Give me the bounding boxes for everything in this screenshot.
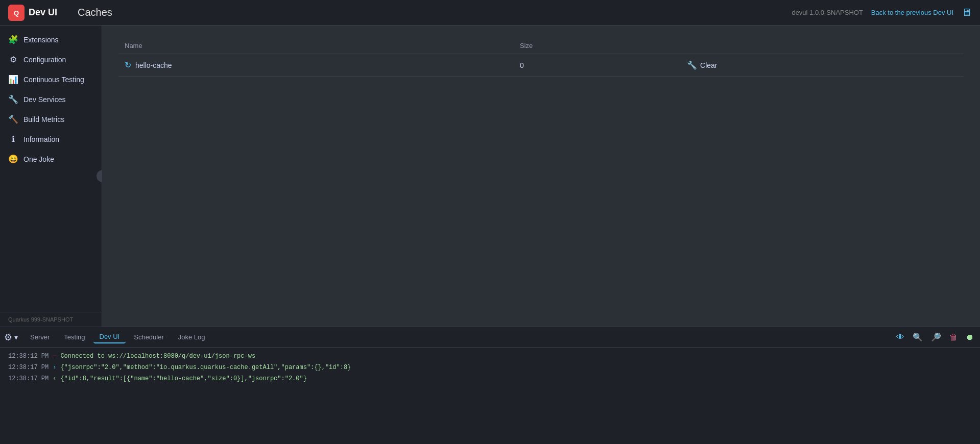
cache-table: Name Size ↻ hello-cache 0 (118, 38, 964, 77)
sidebar-item-continuous-testing[interactable]: 📊 Continuous Testing (0, 69, 102, 89)
sidebar-item-label: Continuous Testing (23, 76, 84, 84)
tab-scheduler[interactable]: Scheduler (128, 331, 170, 343)
dev-services-icon: 🔧 (8, 94, 18, 104)
sidebar-item-label: Dev Services (23, 95, 65, 104)
svg-text:Q: Q (14, 9, 19, 17)
log-arrow-out: › (53, 363, 56, 372)
log-arrow-in: ‹ (53, 374, 56, 383)
log-timestamp: 12:38:17 PM (8, 374, 49, 383)
bottom-panel: ⚙ ▾ Server Testing Dev UI Scheduler Joke… (0, 327, 980, 444)
quarkus-version: Quarkus 999-SNAPSHOT (0, 312, 102, 327)
cache-size-cell: 0 (514, 54, 681, 77)
header: Q Dev UI Caches devui 1.0.0-SNAPSHOT Bac… (0, 0, 980, 26)
sidebar-item-label: Configuration (23, 56, 66, 64)
extensions-icon: 🧩 (8, 35, 18, 44)
toggle-icon[interactable]: ⚙ (4, 332, 12, 343)
log-timestamp: 12:38:17 PM (8, 363, 49, 372)
log-line: 12:38:17 PM › {"jsonrpc":"2.0","method":… (8, 363, 972, 372)
cache-name-cell: ↻ hello-cache (118, 54, 514, 77)
tab-toggle: ⚙ ▾ (4, 332, 18, 343)
cache-actions-cell: 🔧 Clear (681, 54, 964, 77)
logo-text: Dev UI (29, 7, 57, 18)
information-icon: ℹ (8, 134, 18, 144)
zoom-out-button[interactable]: 🔎 (929, 330, 943, 344)
content-area: Name Size ↻ hello-cache 0 (102, 26, 980, 327)
sidebar-item-label: Extensions (23, 36, 58, 44)
sidebar-item-information[interactable]: ℹ Information (0, 129, 102, 149)
logo-icon: Q (8, 5, 25, 21)
monitor-icon: 🖥 (962, 7, 972, 18)
tab-server[interactable]: Server (24, 331, 56, 343)
sidebar-item-dev-services[interactable]: 🔧 Dev Services (0, 89, 102, 109)
sidebar-item-label: Information (23, 135, 59, 143)
record-button[interactable]: ⏺ (964, 331, 976, 344)
bottom-tab-bar: ⚙ ▾ Server Testing Dev UI Scheduler Joke… (0, 327, 980, 348)
tab-actions: 👁 🔍 🔎 🗑 ⏺ (894, 330, 976, 344)
one-joke-icon: 😄 (8, 154, 18, 164)
log-arrow: — (53, 352, 56, 361)
log-text: {"jsonrpc":"2.0","method":"io.quarkus.qu… (60, 363, 351, 372)
page-title: Caches (78, 7, 792, 18)
table-row: ↻ hello-cache 0 🔧 Clear (118, 54, 964, 77)
clear-button[interactable]: 🔧 Clear (687, 60, 717, 70)
sidebar-item-configuration[interactable]: ⚙ Configuration (0, 50, 102, 69)
back-link[interactable]: Back to the previous Dev UI (871, 9, 953, 16)
clear-log-button[interactable]: 🗑 (947, 331, 960, 344)
configuration-icon: ⚙ (8, 55, 18, 64)
version-label: devui 1.0.0-SNAPSHOT (792, 9, 863, 16)
sidebar-item-build-metrics[interactable]: 🔨 Build Metrics (0, 109, 102, 129)
log-text: Connected to ws://localhost:8080/q/dev-u… (60, 352, 255, 361)
tab-dev-ui[interactable]: Dev UI (93, 331, 126, 343)
clear-icon: 🔧 (687, 60, 697, 70)
zoom-in-button[interactable]: 🔍 (911, 330, 925, 344)
tab-testing[interactable]: Testing (58, 331, 91, 343)
column-actions (681, 38, 964, 54)
column-size: Size (514, 38, 681, 54)
tab-joke-log[interactable]: Joke Log (172, 331, 211, 343)
main-layout: 🧩 Extensions ⚙ Configuration 📊 Continuou… (0, 26, 980, 327)
header-actions: devui 1.0.0-SNAPSHOT Back to the previou… (792, 7, 972, 18)
sidebar-item-label: Build Metrics (23, 115, 64, 124)
sidebar-nav: 🧩 Extensions ⚙ Configuration 📊 Continuou… (0, 26, 102, 312)
log-area: 12:38:12 PM — Connected to ws://localhos… (0, 348, 980, 444)
cache-name: hello-cache (135, 61, 172, 69)
sidebar-item-extensions[interactable]: 🧩 Extensions (0, 30, 102, 50)
chevron-down-icon[interactable]: ▾ (14, 333, 18, 341)
logo[interactable]: Q Dev UI (8, 5, 57, 21)
log-line: 12:38:17 PM ‹ {"id":8,"result":[{"name":… (8, 374, 972, 383)
log-line: 12:38:12 PM — Connected to ws://localhos… (8, 352, 972, 361)
sidebar: 🧩 Extensions ⚙ Configuration 📊 Continuou… (0, 26, 102, 327)
refresh-icon[interactable]: ↻ (125, 60, 131, 70)
clear-label: Clear (700, 61, 717, 69)
sidebar-item-label: One Joke (23, 155, 54, 163)
column-name: Name (118, 38, 514, 54)
log-text: {"id":8,"result":[{"name":"hello-cache",… (60, 374, 306, 383)
continuous-testing-icon: 📊 (8, 75, 18, 84)
eye-toggle-button[interactable]: 👁 (894, 331, 906, 344)
sidebar-item-one-joke[interactable]: 😄 One Joke (0, 149, 102, 169)
build-metrics-icon: 🔨 (8, 114, 18, 124)
log-timestamp: 12:38:12 PM (8, 352, 49, 361)
